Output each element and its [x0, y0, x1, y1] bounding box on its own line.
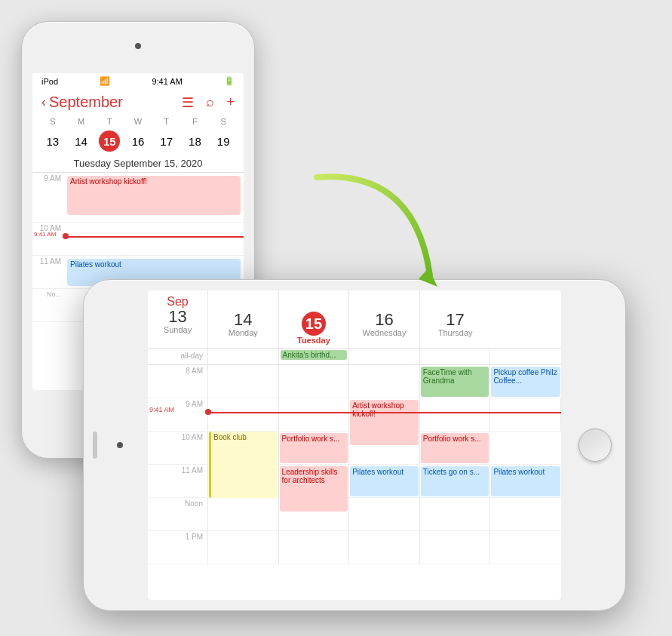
l-col-wed-noon — [420, 498, 491, 530]
portrait-month-nav[interactable]: ‹ September — [41, 94, 123, 111]
l-col-tue-11: Pilates workout — [349, 465, 420, 497]
l-col-thu-1pm — [490, 531, 561, 564]
portrait-header: ‹ September ☰ ⌕ + — [32, 89, 244, 115]
all-day-col-mon: Ankita's birthd... — [279, 349, 350, 364]
l-col-wed-9 — [420, 398, 491, 431]
time-label-9am: 9 AM — [32, 173, 66, 222]
l-col-tue-1pm — [349, 531, 420, 564]
back-icon[interactable]: ‹ — [41, 94, 46, 110]
l-time-9am: 9 AM — [148, 398, 208, 431]
header-col-thu[interactable]: 17 Thursday — [420, 290, 491, 348]
date-17[interactable]: 17 — [156, 131, 177, 152]
event-facetime[interactable]: FaceTime with Grandma — [421, 367, 489, 397]
wd-tue: T — [95, 117, 124, 126]
time-row-noon-l: Noon — [148, 498, 561, 531]
event-pilates-thu[interactable]: Pilates workout — [491, 466, 560, 496]
add-event-icon[interactable]: + — [226, 94, 235, 111]
l-col-sun-1pm — [208, 531, 279, 564]
header-day-15-today: 15 — [302, 312, 326, 336]
landscape-side-button[interactable] — [93, 432, 97, 459]
landscape-header: Sep 13 Sunday 14 Monday 15 Tuesday — [148, 290, 561, 349]
portrait-wifi-icon: 📶 — [100, 76, 110, 86]
l-col-sun-8 — [208, 365, 279, 398]
event-tickets[interactable]: Tickets go on s... — [421, 466, 489, 496]
event-artist-workshop[interactable]: Artist workshop kickoff! — [350, 400, 419, 445]
date-19[interactable]: 19 — [213, 131, 234, 152]
l-col-sun-noon — [208, 498, 279, 530]
date-18[interactable]: 18 — [184, 131, 205, 152]
l-col-thu-noon — [490, 498, 561, 530]
event-pilates-tue[interactable]: Pilates workout — [350, 466, 419, 496]
all-day-col-wed — [420, 349, 491, 364]
header-col-tue[interactable]: 15 Tuesday — [279, 290, 350, 348]
landscape-screen: Sep 13 Sunday 14 Monday 15 Tuesday — [148, 290, 561, 600]
header-col-mon[interactable]: 14 Monday — [208, 290, 279, 348]
l-col-sun-10: Book club — [208, 432, 279, 464]
l-col-tue-noon — [349, 498, 420, 530]
l-col-wed-8: FaceTime with Grandma — [420, 365, 491, 398]
current-time-dot — [63, 233, 69, 239]
time-row-9am-l: 9 AM Artist workshop kickoff! 9:41 AM — [148, 398, 561, 432]
date-15-today[interactable]: 15 — [99, 131, 120, 152]
l-time-11am: 11 AM — [148, 465, 208, 497]
l-col-mon-10: Portfolio work s... — [279, 432, 350, 464]
portrait-event-workshop[interactable]: Artist workshop kickoff! — [67, 176, 241, 215]
portrait-camera — [135, 43, 141, 49]
landscape-home-button[interactable] — [578, 429, 612, 462]
l-current-time-line — [208, 412, 561, 413]
portrait-header-icons: ☰ ⌕ + — [182, 94, 235, 111]
wd-sat: S — [209, 117, 238, 126]
l-col-sun-9 — [208, 398, 279, 431]
header-day-14: 14 — [210, 312, 277, 328]
l-col-mon-8 — [279, 365, 350, 398]
date-13[interactable]: 13 — [42, 131, 63, 152]
l-col-wed-11: Tickets go on s... — [420, 465, 491, 497]
l-col-mon-11: Leadership skills for architects — [279, 465, 350, 497]
l-current-time-dot — [205, 409, 211, 415]
event-book-club[interactable]: Book club — [209, 432, 278, 498]
ipod-landscape: Sep 13 Sunday 14 Monday 15 Tuesday — [83, 279, 626, 611]
wd-mon: M — [67, 117, 96, 126]
landscape-body: 8 AM FaceTime with Grandma Pickup coffee… — [148, 365, 561, 600]
l-col-wed-1pm — [420, 531, 491, 564]
event-portfolio-mon[interactable]: Portfolio work s... — [280, 433, 348, 463]
header-day-13: 13 — [149, 309, 206, 325]
time-label-11am: 11 AM — [32, 256, 66, 288]
l-time-8am: 8 AM — [148, 365, 208, 398]
l-time-10am: 10 AM — [148, 432, 208, 464]
portrait-date-label: Tuesday September 15, 2020 — [32, 155, 244, 173]
portrait-weekdays: S M T W T F S — [32, 115, 244, 128]
event-leadership-skills[interactable]: Leadership skills for architects — [280, 466, 348, 512]
portrait-carrier: iPod — [41, 77, 58, 86]
l-col-thu-8: Pickup coffee Philz Coffee... — [490, 365, 561, 398]
wd-fri: F — [181, 117, 210, 126]
l-time-noon: Noon — [148, 498, 208, 530]
l-col-thu-9 — [490, 398, 561, 431]
date-16[interactable]: 16 — [127, 131, 149, 152]
header-dayname-monday: Monday — [210, 328, 277, 337]
l-col-mon-1pm — [279, 531, 350, 564]
date-14[interactable]: 14 — [71, 131, 92, 152]
event-pickup-coffee[interactable]: Pickup coffee Philz Coffee... — [491, 367, 560, 397]
l-col-tue-8 — [349, 365, 420, 398]
header-dayname-thursday: Thursday — [422, 328, 489, 337]
l-col-tue-9: Artist workshop kickoff! — [349, 398, 420, 431]
header-col-sep[interactable]: Sep 13 Sunday — [148, 290, 208, 348]
l-current-time-label: 9:41 AM — [149, 406, 174, 413]
time-label-10am: 10 AM — [32, 223, 66, 255]
portrait-time: 9:41 AM — [152, 77, 182, 86]
header-dayname-sunday: Sunday — [149, 325, 206, 334]
all-day-col-sun — [208, 349, 279, 364]
time-content-9am: Artist workshop kickoff! — [66, 173, 244, 222]
l-col-wed-10: Portfolio work s... — [420, 432, 491, 464]
all-day-row: all-day Ankita's birthd... — [148, 349, 561, 365]
event-portfolio-wed[interactable]: Portfolio work s... — [421, 433, 489, 463]
wd-wed: W — [124, 117, 152, 126]
wd-sun: S — [38, 117, 67, 126]
landscape-camera — [117, 442, 123, 448]
event-ankita-birthday[interactable]: Ankita's birthd... — [281, 350, 348, 360]
header-day-17: 17 — [422, 312, 489, 328]
header-col-wed[interactable]: 16 Wednesday — [349, 290, 420, 348]
search-icon[interactable]: ⌕ — [206, 94, 214, 111]
list-icon[interactable]: ☰ — [182, 94, 194, 111]
